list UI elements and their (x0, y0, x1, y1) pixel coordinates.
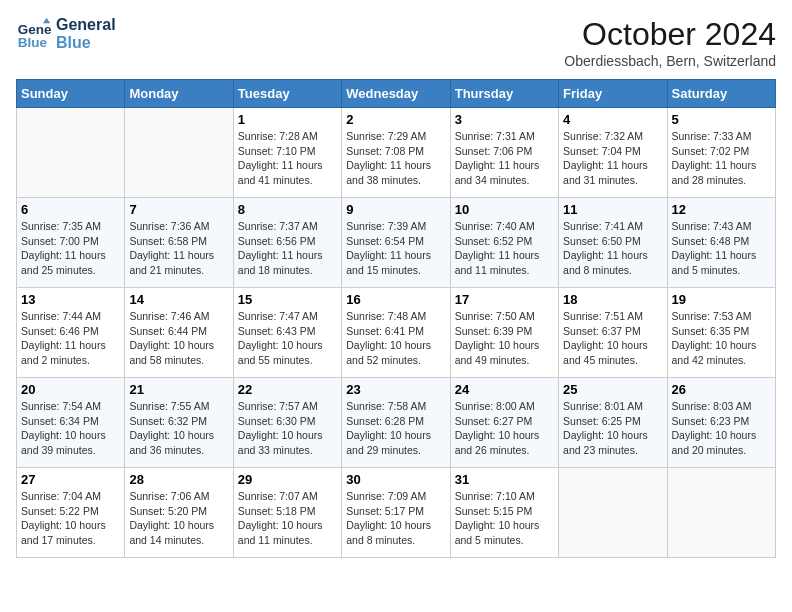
calendar-cell: 6Sunrise: 7:35 AMSunset: 7:00 PMDaylight… (17, 198, 125, 288)
calendar-cell: 3Sunrise: 7:31 AMSunset: 7:06 PMDaylight… (450, 108, 558, 198)
day-number: 28 (129, 472, 228, 487)
calendar-cell: 13Sunrise: 7:44 AMSunset: 6:46 PMDayligh… (17, 288, 125, 378)
day-info: Sunrise: 7:36 AMSunset: 6:58 PMDaylight:… (129, 219, 228, 278)
day-number: 14 (129, 292, 228, 307)
calendar-cell: 30Sunrise: 7:09 AMSunset: 5:17 PMDayligh… (342, 468, 450, 558)
month-title: October 2024 (564, 16, 776, 53)
calendar-cell: 25Sunrise: 8:01 AMSunset: 6:25 PMDayligh… (559, 378, 667, 468)
week-row-2: 6Sunrise: 7:35 AMSunset: 7:00 PMDaylight… (17, 198, 776, 288)
calendar-cell: 2Sunrise: 7:29 AMSunset: 7:08 PMDaylight… (342, 108, 450, 198)
calendar-cell: 26Sunrise: 8:03 AMSunset: 6:23 PMDayligh… (667, 378, 775, 468)
calendar-cell: 21Sunrise: 7:55 AMSunset: 6:32 PMDayligh… (125, 378, 233, 468)
calendar-cell: 19Sunrise: 7:53 AMSunset: 6:35 PMDayligh… (667, 288, 775, 378)
calendar-cell: 10Sunrise: 7:40 AMSunset: 6:52 PMDayligh… (450, 198, 558, 288)
calendar-cell: 18Sunrise: 7:51 AMSunset: 6:37 PMDayligh… (559, 288, 667, 378)
day-info: Sunrise: 7:28 AMSunset: 7:10 PMDaylight:… (238, 129, 337, 188)
day-info: Sunrise: 7:33 AMSunset: 7:02 PMDaylight:… (672, 129, 771, 188)
day-number: 15 (238, 292, 337, 307)
calendar-cell: 31Sunrise: 7:10 AMSunset: 5:15 PMDayligh… (450, 468, 558, 558)
day-info: Sunrise: 7:57 AMSunset: 6:30 PMDaylight:… (238, 399, 337, 458)
logo-icon: General Blue (16, 16, 52, 52)
calendar-cell (559, 468, 667, 558)
calendar-cell: 28Sunrise: 7:06 AMSunset: 5:20 PMDayligh… (125, 468, 233, 558)
day-info: Sunrise: 7:48 AMSunset: 6:41 PMDaylight:… (346, 309, 445, 368)
day-number: 31 (455, 472, 554, 487)
week-row-5: 27Sunrise: 7:04 AMSunset: 5:22 PMDayligh… (17, 468, 776, 558)
calendar-cell: 24Sunrise: 8:00 AMSunset: 6:27 PMDayligh… (450, 378, 558, 468)
day-info: Sunrise: 7:07 AMSunset: 5:18 PMDaylight:… (238, 489, 337, 548)
calendar-header: SundayMondayTuesdayWednesdayThursdayFrid… (17, 80, 776, 108)
day-number: 12 (672, 202, 771, 217)
calendar-cell: 7Sunrise: 7:36 AMSunset: 6:58 PMDaylight… (125, 198, 233, 288)
day-info: Sunrise: 8:01 AMSunset: 6:25 PMDaylight:… (563, 399, 662, 458)
day-number: 9 (346, 202, 445, 217)
calendar-cell: 8Sunrise: 7:37 AMSunset: 6:56 PMDaylight… (233, 198, 341, 288)
day-number: 6 (21, 202, 120, 217)
day-info: Sunrise: 8:03 AMSunset: 6:23 PMDaylight:… (672, 399, 771, 458)
day-number: 17 (455, 292, 554, 307)
weekday-header-row: SundayMondayTuesdayWednesdayThursdayFrid… (17, 80, 776, 108)
day-number: 21 (129, 382, 228, 397)
calendar-table: SundayMondayTuesdayWednesdayThursdayFrid… (16, 79, 776, 558)
day-info: Sunrise: 7:41 AMSunset: 6:50 PMDaylight:… (563, 219, 662, 278)
weekday-saturday: Saturday (667, 80, 775, 108)
calendar-cell (17, 108, 125, 198)
day-info: Sunrise: 7:04 AMSunset: 5:22 PMDaylight:… (21, 489, 120, 548)
calendar-cell: 9Sunrise: 7:39 AMSunset: 6:54 PMDaylight… (342, 198, 450, 288)
day-info: Sunrise: 7:58 AMSunset: 6:28 PMDaylight:… (346, 399, 445, 458)
day-number: 7 (129, 202, 228, 217)
day-number: 1 (238, 112, 337, 127)
day-info: Sunrise: 7:39 AMSunset: 6:54 PMDaylight:… (346, 219, 445, 278)
day-info: Sunrise: 7:37 AMSunset: 6:56 PMDaylight:… (238, 219, 337, 278)
day-number: 29 (238, 472, 337, 487)
logo: General Blue General Blue (16, 16, 116, 52)
day-info: Sunrise: 7:43 AMSunset: 6:48 PMDaylight:… (672, 219, 771, 278)
weekday-wednesday: Wednesday (342, 80, 450, 108)
day-number: 4 (563, 112, 662, 127)
day-info: Sunrise: 7:10 AMSunset: 5:15 PMDaylight:… (455, 489, 554, 548)
location-subtitle: Oberdiessbach, Bern, Switzerland (564, 53, 776, 69)
day-info: Sunrise: 7:40 AMSunset: 6:52 PMDaylight:… (455, 219, 554, 278)
day-number: 18 (563, 292, 662, 307)
day-number: 23 (346, 382, 445, 397)
day-info: Sunrise: 7:09 AMSunset: 5:17 PMDaylight:… (346, 489, 445, 548)
day-number: 16 (346, 292, 445, 307)
week-row-1: 1Sunrise: 7:28 AMSunset: 7:10 PMDaylight… (17, 108, 776, 198)
day-info: Sunrise: 7:29 AMSunset: 7:08 PMDaylight:… (346, 129, 445, 188)
day-number: 20 (21, 382, 120, 397)
calendar-cell: 27Sunrise: 7:04 AMSunset: 5:22 PMDayligh… (17, 468, 125, 558)
day-info: Sunrise: 7:06 AMSunset: 5:20 PMDaylight:… (129, 489, 228, 548)
day-info: Sunrise: 7:35 AMSunset: 7:00 PMDaylight:… (21, 219, 120, 278)
calendar-cell: 23Sunrise: 7:58 AMSunset: 6:28 PMDayligh… (342, 378, 450, 468)
weekday-tuesday: Tuesday (233, 80, 341, 108)
calendar-cell (667, 468, 775, 558)
day-number: 30 (346, 472, 445, 487)
title-block: October 2024 Oberdiessbach, Bern, Switze… (564, 16, 776, 69)
calendar-cell: 11Sunrise: 7:41 AMSunset: 6:50 PMDayligh… (559, 198, 667, 288)
day-number: 22 (238, 382, 337, 397)
day-number: 25 (563, 382, 662, 397)
day-info: Sunrise: 7:31 AMSunset: 7:06 PMDaylight:… (455, 129, 554, 188)
calendar-cell (125, 108, 233, 198)
calendar-cell: 29Sunrise: 7:07 AMSunset: 5:18 PMDayligh… (233, 468, 341, 558)
calendar-cell: 1Sunrise: 7:28 AMSunset: 7:10 PMDaylight… (233, 108, 341, 198)
calendar-cell: 20Sunrise: 7:54 AMSunset: 6:34 PMDayligh… (17, 378, 125, 468)
svg-text:Blue: Blue (18, 35, 48, 50)
day-number: 24 (455, 382, 554, 397)
day-info: Sunrise: 7:53 AMSunset: 6:35 PMDaylight:… (672, 309, 771, 368)
day-info: Sunrise: 7:51 AMSunset: 6:37 PMDaylight:… (563, 309, 662, 368)
calendar-body: 1Sunrise: 7:28 AMSunset: 7:10 PMDaylight… (17, 108, 776, 558)
week-row-4: 20Sunrise: 7:54 AMSunset: 6:34 PMDayligh… (17, 378, 776, 468)
day-number: 3 (455, 112, 554, 127)
logo-general: General (56, 16, 116, 34)
day-number: 8 (238, 202, 337, 217)
calendar-cell: 15Sunrise: 7:47 AMSunset: 6:43 PMDayligh… (233, 288, 341, 378)
page-header: General Blue General Blue October 2024 O… (16, 16, 776, 69)
svg-marker-2 (43, 18, 50, 23)
calendar-cell: 17Sunrise: 7:50 AMSunset: 6:39 PMDayligh… (450, 288, 558, 378)
day-number: 13 (21, 292, 120, 307)
calendar-cell: 22Sunrise: 7:57 AMSunset: 6:30 PMDayligh… (233, 378, 341, 468)
day-number: 19 (672, 292, 771, 307)
day-info: Sunrise: 7:47 AMSunset: 6:43 PMDaylight:… (238, 309, 337, 368)
logo-blue: Blue (56, 34, 116, 52)
